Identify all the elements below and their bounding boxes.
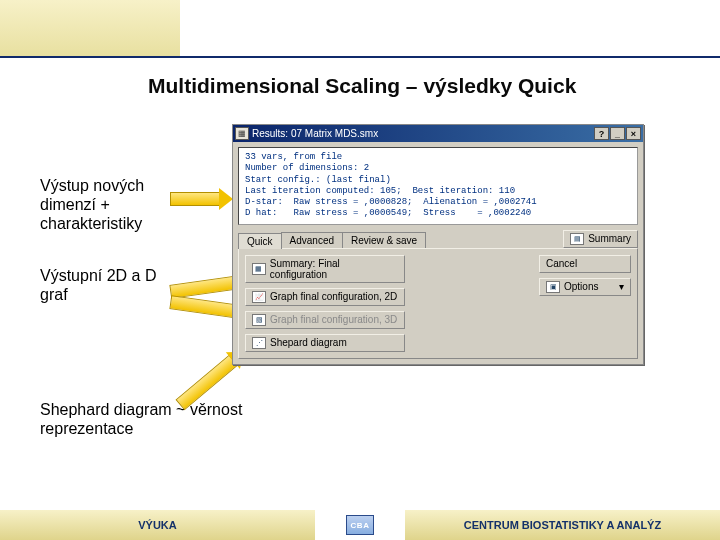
summary-button[interactable]: ▤ Summary (563, 230, 638, 248)
app-icon: ▦ (235, 127, 249, 140)
final-configuration-button[interactable]: ▦ Summary: Final configuration (245, 255, 405, 283)
shepard-diagram-button[interactable]: ⋰ Shepard diagram (245, 334, 405, 352)
right-column: Cancel ▣ Options ▾ (539, 255, 631, 352)
arrow-icon (169, 275, 240, 299)
grid-icon: ▤ (570, 233, 584, 245)
header-rule (0, 56, 720, 58)
summary-label: Summary (588, 233, 631, 244)
btn-label: Options (564, 281, 598, 292)
help-button[interactable]: ? (594, 127, 609, 140)
chevron-down-icon: ▾ (619, 281, 624, 292)
footer-right: CENTRUM BIOSTATISTIKY A ANALÝZ (405, 510, 720, 540)
graph-2d-button[interactable]: 📈 Graph final configuration, 2D (245, 288, 405, 306)
tab-review-save[interactable]: Review & save (342, 232, 426, 248)
btn-label: Summary: Final configuration (270, 258, 398, 280)
left-column: ▦ Summary: Final configuration 📈 Graph f… (245, 255, 405, 352)
scatter-icon: ⋰ (252, 337, 266, 349)
tab-quick[interactable]: Quick (238, 233, 282, 249)
title-bar[interactable]: ▦ Results: 07 Matrix MDS.smx ? _ × (233, 125, 643, 142)
options-icon: ▣ (546, 281, 560, 293)
annotation-vystup: Výstup nových dimenzí + charakteristiky (40, 176, 180, 234)
btn-label: Cancel (546, 258, 577, 269)
chart-icon: ▧ (252, 314, 266, 326)
info-line: 33 vars, from file (245, 152, 342, 162)
footer-logo-area: CBA (315, 510, 405, 540)
info-line: D hat: Raw stress = ,0000549; Stress = ,… (245, 208, 531, 218)
arrow-icon (170, 192, 220, 206)
annotation-shephard: Shephard diagram ~ věrnost reprezentace (40, 400, 300, 438)
close-button[interactable]: × (626, 127, 641, 140)
chart-icon: 📈 (252, 291, 266, 303)
minimize-button[interactable]: _ (610, 127, 625, 140)
tabs-row: Quick Advanced Review & save ▤ Summary (233, 230, 643, 248)
info-line: Last iteration computed: 105; Best itera… (245, 186, 515, 196)
options-button[interactable]: ▣ Options ▾ (539, 278, 631, 296)
table-icon: ▦ (252, 263, 266, 275)
info-line: Number of dimensions: 2 (245, 163, 369, 173)
graph-3d-button[interactable]: ▧ Graph final configuration, 3D (245, 311, 405, 329)
btn-label: Graph final configuration, 2D (270, 291, 397, 302)
quick-panel: ▦ Summary: Final configuration 📈 Graph f… (238, 248, 638, 359)
footer-left: VÝUKA (0, 510, 315, 540)
analysis-info: 33 vars, from file Number of dimensions:… (238, 147, 638, 225)
btn-label: Graph final configuration, 3D (270, 314, 397, 325)
cba-logo: CBA (346, 515, 374, 535)
header-gradient (0, 0, 180, 56)
footer: VÝUKA CBA CENTRUM BIOSTATISTIKY A ANALÝZ (0, 510, 720, 540)
results-dialog: ▦ Results: 07 Matrix MDS.smx ? _ × 33 va… (232, 124, 644, 365)
window-title: Results: 07 Matrix MDS.smx (252, 128, 593, 139)
page-title: Multidimensional Scaling – výsledky Quic… (148, 74, 576, 98)
btn-label: Shepard diagram (270, 337, 347, 348)
annotation-graf: Výstupní 2D a D graf (40, 266, 180, 304)
arrow-icon (169, 295, 240, 319)
info-line: D-star: Raw stress = ,0000828; Alienatio… (245, 197, 537, 207)
info-line: Start config.: (last final) (245, 175, 391, 185)
cancel-button[interactable]: Cancel (539, 255, 631, 273)
tab-advanced[interactable]: Advanced (281, 232, 343, 248)
